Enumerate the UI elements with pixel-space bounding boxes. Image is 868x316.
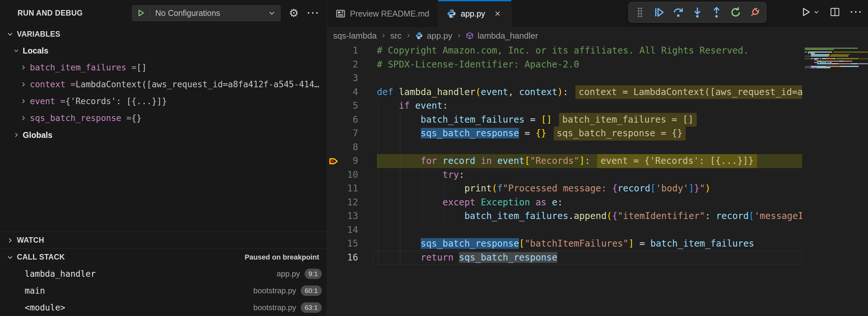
code-text[interactable]: # SPDX-License-Identifier: Apache-2.0 xyxy=(377,59,579,70)
breadcrumb-symbol[interactable]: lambda_handler xyxy=(477,31,538,41)
line-number[interactable]: 3 xyxy=(327,71,358,85)
code-line-11[interactable]: 11 print(f"Processed message: {record['b… xyxy=(327,182,802,196)
code-text[interactable]: except Exception as e: xyxy=(377,197,563,208)
line-number[interactable]: 10 xyxy=(327,168,358,182)
gear-icon[interactable]: ⚙ xyxy=(289,7,299,19)
stack-frame-row[interactable]: lambda_handlerapp.py9:1 xyxy=(0,265,327,282)
code-line-15[interactable]: 15 sqs_batch_response["batchItemFailures… xyxy=(327,237,802,251)
variable-row[interactable]: batch_item_failures = [] xyxy=(0,59,327,76)
code-line-10[interactable]: 10 try: xyxy=(327,168,802,182)
scope-row-locals[interactable]: Locals xyxy=(0,42,327,59)
step-out-button[interactable] xyxy=(709,4,724,20)
line-number[interactable]: 15 xyxy=(327,237,358,251)
variable-row[interactable]: sqs_batch_response = {} xyxy=(0,110,327,127)
inline-debug-value: sqs_batch_response = {} xyxy=(554,127,686,140)
stack-frame-row[interactable]: <module>bootstrap.py63:1 xyxy=(0,299,327,316)
line-number[interactable]: 12 xyxy=(327,196,358,210)
code-editor[interactable]: 1# Copyright Amazon.com, Inc. or its aff… xyxy=(327,44,802,316)
line-number[interactable]: 7 xyxy=(327,127,358,140)
breadcrumb-folder[interactable]: sqs-lambda xyxy=(333,31,377,41)
code-text[interactable]: for record in event["Records"]:event = {… xyxy=(377,155,757,166)
code-line-12[interactable]: 12 except Exception as e: xyxy=(327,196,802,210)
code-line-14[interactable]: 14 xyxy=(327,223,802,237)
code-text[interactable]: if event: xyxy=(377,100,448,111)
debug-continue-button[interactable] xyxy=(651,4,667,20)
breadcrumb-file[interactable]: app.py xyxy=(427,31,452,41)
line-number[interactable]: 14 xyxy=(327,223,358,237)
code-line-1[interactable]: 1# Copyright Amazon.com, Inc. or its aff… xyxy=(327,44,802,58)
close-icon[interactable] xyxy=(492,8,503,19)
variables-empty-space xyxy=(0,144,327,232)
line-number[interactable]: 11 xyxy=(327,182,358,196)
scope-row-globals[interactable]: Globals xyxy=(0,127,327,144)
line-number[interactable]: 8 xyxy=(327,140,358,154)
call-stack-title: CALL STACK xyxy=(17,253,65,261)
code-line-16[interactable]: 16 return sqs_batch_response xyxy=(327,251,802,265)
line-number[interactable]: 5 xyxy=(327,99,358,113)
code-line-4[interactable]: 4def lambda_handler(event, context):cont… xyxy=(327,85,802,99)
code-text[interactable]: sqs_batch_response["batchItemFailures"] … xyxy=(377,238,754,249)
tab-app-py[interactable]: app.py xyxy=(438,0,512,27)
line-number[interactable]: 1 xyxy=(327,44,358,58)
code-line-5[interactable]: 5 if event: xyxy=(327,99,802,113)
step-into-button[interactable] xyxy=(690,4,705,20)
watch-title: WATCH xyxy=(17,236,44,245)
more-actions-icon[interactable]: ··· xyxy=(848,4,865,20)
run-python-file-button[interactable] xyxy=(799,5,822,19)
code-line-3[interactable]: 3 xyxy=(327,71,802,85)
code-line-8[interactable]: 8 xyxy=(327,140,802,154)
code-text[interactable]: try: xyxy=(377,169,464,180)
line-number[interactable]: 4 xyxy=(327,85,358,99)
variables-section-header[interactable]: VARIABLES xyxy=(0,26,327,42)
chevron-right-icon xyxy=(20,115,27,121)
more-actions-icon[interactable]: ··· xyxy=(307,8,320,18)
python-icon xyxy=(415,32,423,39)
line-number[interactable]: 2 xyxy=(327,58,358,72)
minimap[interactable] xyxy=(802,44,868,316)
breadcrumb-folder[interactable]: src xyxy=(390,31,402,41)
line-number[interactable]: 13 xyxy=(327,209,358,223)
line-number[interactable]: 16 xyxy=(327,251,358,265)
sidebar-title: RUN AND DEBUG xyxy=(18,9,83,18)
code-line-2[interactable]: 2# SPDX-License-Identifier: Apache-2.0 xyxy=(327,58,802,72)
start-debug-icon[interactable] xyxy=(137,9,145,17)
code-line-7[interactable]: 7 sqs_batch_response = {}sqs_batch_respo… xyxy=(327,127,802,140)
chevron-down-icon xyxy=(268,9,276,17)
call-stack-section-header[interactable]: CALL STACK Paused on breakpoint xyxy=(0,249,327,265)
variable-value: [] xyxy=(136,63,147,72)
code-text[interactable]: batch_item_failures.append({"itemIdentif… xyxy=(377,211,802,221)
debug-config-dropdown[interactable]: No Configurations xyxy=(132,5,281,21)
chevron-right-icon xyxy=(456,33,462,39)
watch-section-header[interactable]: WATCH xyxy=(0,232,327,249)
frame-position-badge: 9:1 xyxy=(305,268,322,279)
sidebar-header: RUN AND DEBUG No Configurations ⚙ ··· xyxy=(0,0,327,26)
drag-handle-icon[interactable] xyxy=(632,4,648,20)
variables-tree: Localsbatch_item_failures = []context = … xyxy=(0,42,327,144)
breakpoint-paused-icon[interactable] xyxy=(329,156,340,167)
frame-file: bootstrap.py xyxy=(253,303,296,312)
restart-button[interactable] xyxy=(728,4,743,20)
code-text[interactable]: def lambda_handler(event, context):conte… xyxy=(377,87,802,97)
chevron-right-icon xyxy=(380,33,386,39)
disconnect-button[interactable] xyxy=(747,4,763,20)
code-text[interactable]: batch_item_failures = []batch_item_failu… xyxy=(377,114,697,125)
code-text[interactable]: print(f"Processed message: {record['body… xyxy=(377,183,710,194)
code-text[interactable]: sqs_batch_response = {}sqs_batch_respons… xyxy=(377,128,686,138)
variable-row[interactable]: context = LambdaContext([aws_request_id=… xyxy=(0,76,327,93)
code-line-9[interactable]: 9 for record in event["Records"]:event =… xyxy=(327,154,802,168)
code-text[interactable]: # Copyright Amazon.com, Inc. or its affi… xyxy=(377,45,749,56)
tab-preview-readme[interactable]: Preview README.md xyxy=(327,0,438,27)
run-and-debug-sidebar: RUN AND DEBUG No Configurations ⚙ ··· VA… xyxy=(0,0,327,316)
split-editor-button[interactable] xyxy=(828,5,842,19)
step-over-button[interactable] xyxy=(671,4,686,20)
line-number[interactable]: 6 xyxy=(327,113,358,127)
variable-row[interactable]: event = {'Records': [{...}]} xyxy=(0,93,327,110)
code-line-13[interactable]: 13 batch_item_failures.append({"itemIden… xyxy=(327,209,802,223)
code-text[interactable]: return sqs_batch_response xyxy=(377,252,557,263)
chevron-right-icon xyxy=(20,64,27,71)
code-line-6[interactable]: 6 batch_item_failures = []batch_item_fai… xyxy=(327,113,802,127)
frame-file: app.py xyxy=(277,269,300,278)
chevron-right-icon xyxy=(20,81,27,88)
vscode-window: RUN AND DEBUG No Configurations ⚙ ··· VA… xyxy=(0,0,868,316)
stack-frame-row[interactable]: mainbootstrap.py60:1 xyxy=(0,282,327,299)
